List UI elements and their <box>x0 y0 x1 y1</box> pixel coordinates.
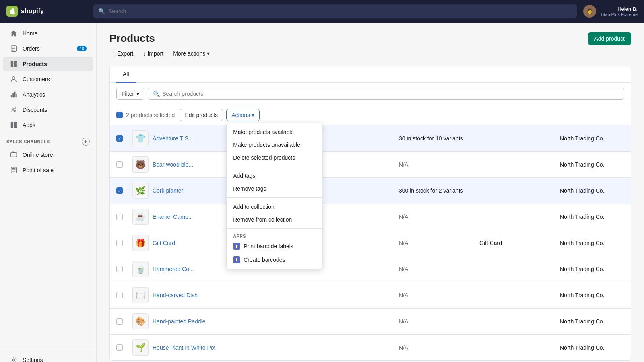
search-products-input[interactable] <box>162 90 619 97</box>
sidebar-item-discounts[interactable]: Discounts <box>3 103 93 117</box>
edit-products-button[interactable]: Edit products <box>180 109 223 121</box>
svg-rect-27 <box>235 245 235 248</box>
stock-info-7: N/A <box>399 292 408 298</box>
product-name-7[interactable]: Hand-carved Dish <box>153 292 198 298</box>
row-checkbox-3[interactable] <box>116 187 123 194</box>
product-thumbnail-7: 🍽️ <box>132 287 149 303</box>
row-checkbox-cell <box>116 187 132 194</box>
row-checkbox-1[interactable] <box>116 135 123 142</box>
dropdown-item-make-unavailable[interactable]: Make products unavailable <box>227 138 322 151</box>
import-button[interactable]: ↓ Import <box>140 48 167 59</box>
dropdown-item-create-barcodes[interactable]: Create barcodes <box>227 253 322 267</box>
svg-rect-11 <box>14 92 16 97</box>
analytics-icon <box>10 90 18 99</box>
product-stock-5: N/A <box>399 239 479 247</box>
sidebar-label-customers: Customers <box>23 76 50 82</box>
stock-info-1: 30 in stock for 10 variants <box>399 135 463 142</box>
product-vendor-5: North Trading Co. <box>560 239 624 247</box>
chevron-down-icon: ▾ <box>136 90 139 97</box>
sales-channels-title: SALES CHANNELS <box>6 139 50 144</box>
filter-button[interactable]: Filter ▾ <box>116 88 144 100</box>
sidebar-item-orders[interactable]: Orders 46 <box>3 41 93 56</box>
actions-chevron-icon: ▾ <box>252 112 254 118</box>
dropdown-item-delete-selected[interactable]: Delete selected products <box>227 151 322 164</box>
tab-all[interactable]: All <box>116 66 136 83</box>
row-checkbox-cell <box>116 161 132 168</box>
product-name-1[interactable]: Adventure T S... <box>153 135 193 142</box>
row-checkbox-cell <box>116 266 132 272</box>
logo-area: shopify <box>6 6 87 17</box>
sidebar-item-settings[interactable]: Settings <box>3 353 93 362</box>
select-all-checkbox[interactable] <box>116 112 123 118</box>
search-products-wrapper[interactable]: 🔍 <box>148 88 624 100</box>
dropdown-divider-3 <box>227 228 322 229</box>
svg-rect-17 <box>14 122 17 125</box>
global-search-input[interactable] <box>108 8 572 14</box>
sidebar-item-products[interactable]: Products <box>3 57 93 71</box>
search-icon: 🔍 <box>98 8 105 14</box>
filter-label: Filter <box>122 90 134 97</box>
product-thumbnail-8: 🎨 <box>132 313 149 329</box>
add-sales-channel-button[interactable]: + <box>82 138 90 146</box>
table-row: 🌱 House Plant In White Pot N/A North Tra… <box>110 335 631 361</box>
type-info-5: Gift Card <box>479 240 502 246</box>
product-stock-3: 300 in stock for 2 variants <box>399 187 479 194</box>
row-checkbox-8[interactable] <box>116 318 123 325</box>
sidebar-item-customers[interactable]: Customers <box>3 72 93 86</box>
table-row: 🌿 Cork planter 300 in stock for 2 varian… <box>110 178 631 204</box>
vendor-info-2: North Trading Co. <box>560 161 605 168</box>
product-name-6[interactable]: Hammered Co... <box>153 266 194 272</box>
actions-button-wrapper: Actions ▾ Make products available Make p… <box>226 109 260 121</box>
product-thumbnail-3: 🌿 <box>132 183 149 199</box>
more-actions-button[interactable]: More actions ▾ <box>170 48 213 59</box>
row-checkbox-7[interactable] <box>116 292 123 298</box>
vendor-info-4: North Trading Co. <box>560 214 605 220</box>
row-checkbox-4[interactable] <box>116 214 123 220</box>
sidebar-item-analytics[interactable]: Analytics <box>3 87 93 102</box>
sidebar-item-apps[interactable]: Apps <box>3 118 93 132</box>
product-name-3[interactable]: Cork planter <box>153 187 183 194</box>
dropdown-item-print-barcode[interactable]: Print barcode labels <box>227 239 322 253</box>
export-button[interactable]: ↑ Export <box>109 48 136 59</box>
product-name-8[interactable]: Hand-painted Paddle <box>153 318 206 325</box>
sidebar-item-home[interactable]: Home <box>3 26 93 41</box>
product-type-5: Gift Card <box>479 239 560 247</box>
product-cell-9: 🌱 House Plant In White Pot <box>132 339 399 356</box>
svg-rect-28 <box>236 245 237 248</box>
export-icon: ↑ <box>113 50 116 57</box>
top-navigation: shopify 🔍 👩 Helen B. Titan Plus Extreme <box>0 0 644 23</box>
product-name-4[interactable]: Enamel Camp... <box>153 214 193 220</box>
product-cell-7: 🍽️ Hand-carved Dish <box>132 287 399 303</box>
shopify-wordmark: shopify <box>21 8 44 15</box>
remove-collection-label: Remove from collection <box>233 216 292 223</box>
make-available-label: Make products available <box>233 129 294 135</box>
svg-rect-18 <box>11 125 13 128</box>
svg-rect-10 <box>12 93 14 97</box>
dropdown-item-add-collection[interactable]: Add to collection <box>227 200 322 213</box>
product-name-5[interactable]: Gift Card <box>153 240 175 246</box>
dropdown-item-make-available[interactable]: Make products available <box>227 125 322 138</box>
product-stock-1: 30 in stock for 10 variants <box>399 135 479 142</box>
svg-rect-7 <box>14 64 17 67</box>
actions-button[interactable]: Actions ▾ <box>226 109 260 121</box>
user-area[interactable]: 👩 Helen B. Titan Plus Extreme <box>583 5 638 18</box>
sidebar-item-online-store[interactable]: Online store <box>3 148 93 162</box>
stock-info-9: N/A <box>399 344 408 351</box>
row-checkbox-6[interactable] <box>116 266 123 272</box>
global-search-bar[interactable]: 🔍 <box>93 4 577 18</box>
row-checkbox-5[interactable] <box>116 240 123 246</box>
dropdown-item-remove-collection[interactable]: Remove from collection <box>227 213 322 226</box>
sidebar-item-point-of-sale[interactable]: Point of sale <box>3 163 93 177</box>
product-stock-2: N/A <box>399 161 479 168</box>
row-checkbox-2[interactable] <box>116 161 123 168</box>
product-name-2[interactable]: Bear wood blo... <box>153 161 193 168</box>
dropdown-item-remove-tags[interactable]: Remove tags <box>227 182 322 195</box>
sidebar: Home Orders 46 Products Customers <box>0 23 97 362</box>
product-thumbnail-1: 👕 <box>132 130 149 146</box>
selected-count: 2 products selected <box>126 112 175 118</box>
row-checkbox-9[interactable] <box>116 344 123 351</box>
dropdown-item-add-tags[interactable]: Add tags <box>227 169 322 182</box>
product-stock-6: N/A <box>399 265 479 273</box>
add-product-button[interactable]: Add product <box>588 32 632 45</box>
product-name-9[interactable]: House Plant In White Pot <box>153 344 215 351</box>
